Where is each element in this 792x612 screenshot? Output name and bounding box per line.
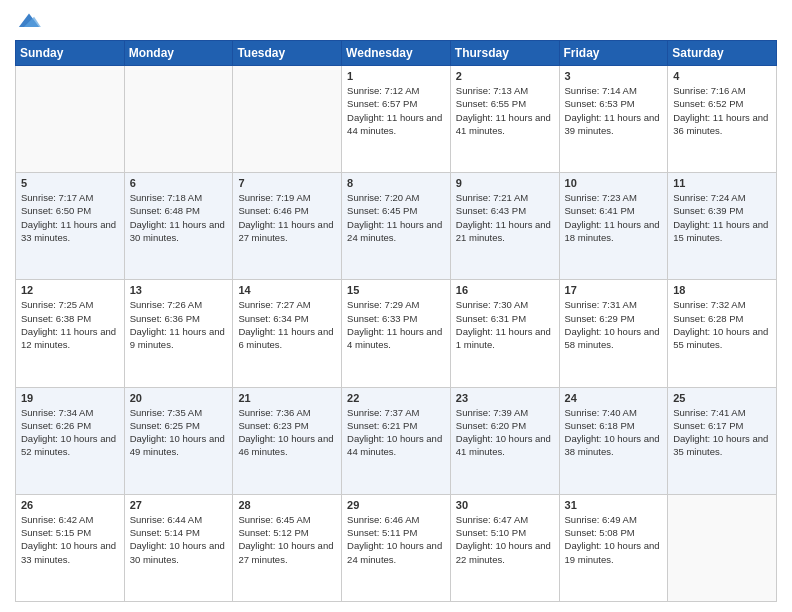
- day-info: Sunrise: 7:31 AM Sunset: 6:29 PM Dayligh…: [565, 298, 663, 351]
- weekday-header-saturday: Saturday: [668, 41, 777, 66]
- day-info: Sunrise: 7:40 AM Sunset: 6:18 PM Dayligh…: [565, 406, 663, 459]
- day-number: 16: [456, 284, 554, 296]
- day-number: 7: [238, 177, 336, 189]
- calendar-cell: 3Sunrise: 7:14 AM Sunset: 6:53 PM Daylig…: [559, 66, 668, 173]
- weekday-header-monday: Monday: [124, 41, 233, 66]
- day-info: Sunrise: 7:26 AM Sunset: 6:36 PM Dayligh…: [130, 298, 228, 351]
- calendar-cell: [124, 66, 233, 173]
- weekday-header-friday: Friday: [559, 41, 668, 66]
- logo-icon: [15, 10, 43, 32]
- weekday-header-sunday: Sunday: [16, 41, 125, 66]
- calendar-cell: 25Sunrise: 7:41 AM Sunset: 6:17 PM Dayli…: [668, 387, 777, 494]
- calendar-cell: 28Sunrise: 6:45 AM Sunset: 5:12 PM Dayli…: [233, 494, 342, 601]
- day-number: 21: [238, 392, 336, 404]
- calendar-cell: 26Sunrise: 6:42 AM Sunset: 5:15 PM Dayli…: [16, 494, 125, 601]
- day-info: Sunrise: 6:44 AM Sunset: 5:14 PM Dayligh…: [130, 513, 228, 566]
- day-number: 31: [565, 499, 663, 511]
- day-info: Sunrise: 7:14 AM Sunset: 6:53 PM Dayligh…: [565, 84, 663, 137]
- day-number: 1: [347, 70, 445, 82]
- day-number: 5: [21, 177, 119, 189]
- day-number: 3: [565, 70, 663, 82]
- day-info: Sunrise: 7:16 AM Sunset: 6:52 PM Dayligh…: [673, 84, 771, 137]
- day-info: Sunrise: 7:24 AM Sunset: 6:39 PM Dayligh…: [673, 191, 771, 244]
- day-info: Sunrise: 7:18 AM Sunset: 6:48 PM Dayligh…: [130, 191, 228, 244]
- day-number: 29: [347, 499, 445, 511]
- day-number: 27: [130, 499, 228, 511]
- day-number: 26: [21, 499, 119, 511]
- calendar-cell: 12Sunrise: 7:25 AM Sunset: 6:38 PM Dayli…: [16, 280, 125, 387]
- calendar-cell: 5Sunrise: 7:17 AM Sunset: 6:50 PM Daylig…: [16, 173, 125, 280]
- day-number: 14: [238, 284, 336, 296]
- weekday-header-wednesday: Wednesday: [342, 41, 451, 66]
- calendar-cell: 27Sunrise: 6:44 AM Sunset: 5:14 PM Dayli…: [124, 494, 233, 601]
- day-info: Sunrise: 7:17 AM Sunset: 6:50 PM Dayligh…: [21, 191, 119, 244]
- day-number: 10: [565, 177, 663, 189]
- day-number: 8: [347, 177, 445, 189]
- day-number: 12: [21, 284, 119, 296]
- calendar-cell: 11Sunrise: 7:24 AM Sunset: 6:39 PM Dayli…: [668, 173, 777, 280]
- day-number: 23: [456, 392, 554, 404]
- day-info: Sunrise: 7:27 AM Sunset: 6:34 PM Dayligh…: [238, 298, 336, 351]
- day-number: 17: [565, 284, 663, 296]
- calendar-cell: 30Sunrise: 6:47 AM Sunset: 5:10 PM Dayli…: [450, 494, 559, 601]
- day-info: Sunrise: 7:41 AM Sunset: 6:17 PM Dayligh…: [673, 406, 771, 459]
- calendar-cell: [233, 66, 342, 173]
- day-number: 18: [673, 284, 771, 296]
- day-info: Sunrise: 7:36 AM Sunset: 6:23 PM Dayligh…: [238, 406, 336, 459]
- page: SundayMondayTuesdayWednesdayThursdayFrid…: [0, 0, 792, 612]
- calendar-cell: 19Sunrise: 7:34 AM Sunset: 6:26 PM Dayli…: [16, 387, 125, 494]
- calendar-cell: 15Sunrise: 7:29 AM Sunset: 6:33 PM Dayli…: [342, 280, 451, 387]
- day-info: Sunrise: 6:47 AM Sunset: 5:10 PM Dayligh…: [456, 513, 554, 566]
- calendar-cell: 1Sunrise: 7:12 AM Sunset: 6:57 PM Daylig…: [342, 66, 451, 173]
- calendar-cell: 8Sunrise: 7:20 AM Sunset: 6:45 PM Daylig…: [342, 173, 451, 280]
- day-number: 13: [130, 284, 228, 296]
- day-info: Sunrise: 7:13 AM Sunset: 6:55 PM Dayligh…: [456, 84, 554, 137]
- calendar-cell: 31Sunrise: 6:49 AM Sunset: 5:08 PM Dayli…: [559, 494, 668, 601]
- calendar-cell: 7Sunrise: 7:19 AM Sunset: 6:46 PM Daylig…: [233, 173, 342, 280]
- week-row-4: 26Sunrise: 6:42 AM Sunset: 5:15 PM Dayli…: [16, 494, 777, 601]
- day-number: 6: [130, 177, 228, 189]
- calendar-cell: 20Sunrise: 7:35 AM Sunset: 6:25 PM Dayli…: [124, 387, 233, 494]
- week-row-2: 12Sunrise: 7:25 AM Sunset: 6:38 PM Dayli…: [16, 280, 777, 387]
- day-number: 11: [673, 177, 771, 189]
- day-info: Sunrise: 6:45 AM Sunset: 5:12 PM Dayligh…: [238, 513, 336, 566]
- day-number: 2: [456, 70, 554, 82]
- calendar-cell: [16, 66, 125, 173]
- calendar-cell: 4Sunrise: 7:16 AM Sunset: 6:52 PM Daylig…: [668, 66, 777, 173]
- day-number: 28: [238, 499, 336, 511]
- day-info: Sunrise: 7:29 AM Sunset: 6:33 PM Dayligh…: [347, 298, 445, 351]
- header: [15, 10, 777, 32]
- calendar-cell: 22Sunrise: 7:37 AM Sunset: 6:21 PM Dayli…: [342, 387, 451, 494]
- weekday-header-thursday: Thursday: [450, 41, 559, 66]
- calendar-cell: 23Sunrise: 7:39 AM Sunset: 6:20 PM Dayli…: [450, 387, 559, 494]
- calendar-cell: 13Sunrise: 7:26 AM Sunset: 6:36 PM Dayli…: [124, 280, 233, 387]
- day-info: Sunrise: 7:32 AM Sunset: 6:28 PM Dayligh…: [673, 298, 771, 351]
- day-info: Sunrise: 6:49 AM Sunset: 5:08 PM Dayligh…: [565, 513, 663, 566]
- day-number: 4: [673, 70, 771, 82]
- day-info: Sunrise: 7:12 AM Sunset: 6:57 PM Dayligh…: [347, 84, 445, 137]
- day-info: Sunrise: 7:21 AM Sunset: 6:43 PM Dayligh…: [456, 191, 554, 244]
- day-info: Sunrise: 7:37 AM Sunset: 6:21 PM Dayligh…: [347, 406, 445, 459]
- week-row-0: 1Sunrise: 7:12 AM Sunset: 6:57 PM Daylig…: [16, 66, 777, 173]
- day-info: Sunrise: 6:42 AM Sunset: 5:15 PM Dayligh…: [21, 513, 119, 566]
- day-number: 30: [456, 499, 554, 511]
- day-number: 20: [130, 392, 228, 404]
- calendar-cell: [668, 494, 777, 601]
- day-info: Sunrise: 6:46 AM Sunset: 5:11 PM Dayligh…: [347, 513, 445, 566]
- logo: [15, 10, 47, 32]
- weekday-header-tuesday: Tuesday: [233, 41, 342, 66]
- calendar-cell: 6Sunrise: 7:18 AM Sunset: 6:48 PM Daylig…: [124, 173, 233, 280]
- day-number: 24: [565, 392, 663, 404]
- calendar-cell: 2Sunrise: 7:13 AM Sunset: 6:55 PM Daylig…: [450, 66, 559, 173]
- calendar-cell: 21Sunrise: 7:36 AM Sunset: 6:23 PM Dayli…: [233, 387, 342, 494]
- calendar-cell: 9Sunrise: 7:21 AM Sunset: 6:43 PM Daylig…: [450, 173, 559, 280]
- day-info: Sunrise: 7:34 AM Sunset: 6:26 PM Dayligh…: [21, 406, 119, 459]
- calendar-cell: 18Sunrise: 7:32 AM Sunset: 6:28 PM Dayli…: [668, 280, 777, 387]
- day-info: Sunrise: 7:35 AM Sunset: 6:25 PM Dayligh…: [130, 406, 228, 459]
- day-info: Sunrise: 7:23 AM Sunset: 6:41 PM Dayligh…: [565, 191, 663, 244]
- day-number: 25: [673, 392, 771, 404]
- week-row-1: 5Sunrise: 7:17 AM Sunset: 6:50 PM Daylig…: [16, 173, 777, 280]
- week-row-3: 19Sunrise: 7:34 AM Sunset: 6:26 PM Dayli…: [16, 387, 777, 494]
- day-number: 15: [347, 284, 445, 296]
- day-info: Sunrise: 7:19 AM Sunset: 6:46 PM Dayligh…: [238, 191, 336, 244]
